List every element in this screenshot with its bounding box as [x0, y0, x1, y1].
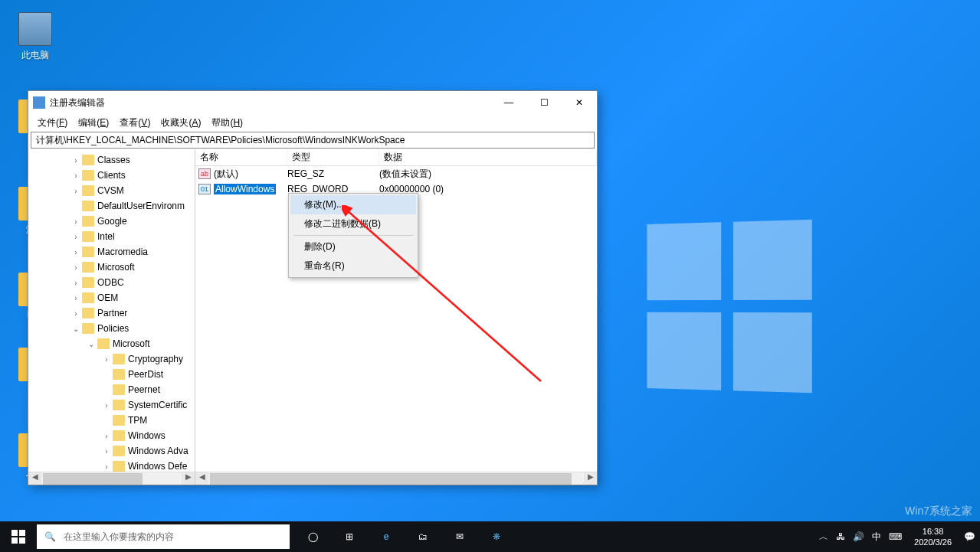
ctx-item[interactable]: 删除(D) [290, 237, 416, 256]
tray-chevron-icon[interactable]: ︿ [819, 531, 828, 544]
tree-node[interactable]: DefaultUserEnvironm [28, 198, 195, 214]
svg-rect-1 [11, 530, 18, 536]
address-bar[interactable]: 计算机\HKEY_LOCAL_MACHINE\SOFTWARE\Policies… [31, 132, 595, 149]
tree-node[interactable]: ›Intel [28, 229, 195, 244]
taskview-icon[interactable]: ⊞ [331, 521, 368, 552]
tree-node[interactable]: ⌄Policies [28, 321, 195, 336]
notifications-icon[interactable]: 💬 [964, 531, 975, 542]
tree-node[interactable]: ›Microsoft [28, 260, 195, 275]
app-icon[interactable]: ❋ [478, 521, 515, 552]
menu-h[interactable]: 帮助(H) [207, 115, 247, 131]
minimize-button[interactable]: — [491, 91, 526, 114]
ctx-item[interactable]: 修改(M)... [290, 195, 416, 214]
svg-rect-3 [11, 537, 18, 544]
clock[interactable]: 16:38 2020/3/26 [910, 526, 956, 547]
edge-icon[interactable]: e [368, 521, 405, 552]
windows-icon [11, 530, 25, 544]
col-data[interactable]: 数据 [379, 149, 597, 165]
tree-hscroll[interactable]: ◀▶ [28, 472, 195, 485]
tree-node[interactable]: ›Partner [28, 305, 195, 321]
close-button[interactable]: ✕ [562, 91, 597, 114]
window-title: 注册表编辑器 [50, 96, 491, 109]
tree-node[interactable]: ›Google [28, 214, 195, 229]
menubar: 文件(F)编辑(E)查看(V)收藏夹(A)帮助(H) [28, 114, 597, 131]
search-placeholder: 在这里输入你要搜索的内容 [64, 531, 174, 544]
menu-a[interactable]: 收藏夹(A) [156, 115, 205, 131]
col-type[interactable]: 类型 [287, 149, 379, 165]
system-tray: ︿ 🖧 🔊 中 ⌨ 16:38 2020/3/26 💬 [819, 526, 980, 547]
search-box[interactable]: 🔍 在这里输入你要搜索的内容 [37, 524, 290, 549]
maximize-button[interactable]: ☐ [526, 91, 562, 114]
context-menu: 修改(M)...修改二进制数据(B)删除(D)重命名(R) [288, 193, 418, 278]
ime-indicator[interactable]: 中 [872, 531, 881, 544]
tree-node[interactable]: ›Classes [28, 152, 195, 168]
cortana-icon[interactable]: ◯ [294, 521, 331, 552]
col-name[interactable]: 名称 [195, 149, 287, 165]
list-header[interactable]: 名称 类型 数据 [195, 149, 597, 166]
tree-node[interactable]: ⌄Microsoft [28, 336, 195, 351]
tree-node[interactable]: Peernet [28, 382, 195, 397]
volume-icon[interactable]: 🔊 [853, 531, 864, 542]
menu-v[interactable]: 查看(V) [115, 115, 155, 131]
menu-e[interactable]: 编辑(E) [74, 115, 113, 131]
svg-rect-2 [19, 530, 25, 536]
watermark: Win7系统之家 [905, 505, 972, 518]
search-icon: 🔍 [44, 531, 56, 542]
ctx-item[interactable]: 修改二进制数据(B) [290, 214, 416, 234]
titlebar[interactable]: 注册表编辑器 — ☐ ✕ [28, 91, 597, 114]
regedit-window: 注册表编辑器 — ☐ ✕ 文件(F)编辑(E)查看(V)收藏夹(A)帮助(H) … [28, 90, 598, 485]
tree-node[interactable]: ›Clients [28, 168, 195, 183]
desktop-icon-此电脑[interactable]: 此电脑 [12, 12, 58, 62]
menu-f[interactable]: 文件(F) [33, 115, 72, 131]
mail-icon[interactable]: ✉ [441, 521, 478, 552]
keyboard-icon[interactable]: ⌨ [889, 531, 902, 542]
windows-logo-bg [647, 220, 811, 393]
tree-node[interactable]: ›Cryptography [28, 351, 195, 367]
tree-node[interactable]: ›Windows Adva [28, 443, 195, 459]
value-row[interactable]: ab(默认)REG_SZ(数值未设置) [195, 166, 597, 181]
tree-node[interactable]: PeerDist [28, 367, 195, 382]
svg-rect-4 [19, 537, 25, 544]
tree-node[interactable]: ›Windows [28, 428, 195, 443]
tree-node[interactable]: ›Macromedia [28, 244, 195, 260]
start-button[interactable] [0, 521, 37, 552]
list-hscroll[interactable]: ◀▶ [195, 472, 597, 485]
tree-node[interactable]: ›SystemCertific [28, 397, 195, 413]
tree-node[interactable]: ›CVSM [28, 183, 195, 198]
ctx-item[interactable]: 重命名(R) [290, 256, 416, 276]
tree-node[interactable]: ›OEM [28, 290, 195, 305]
tree-node[interactable]: TPM [28, 413, 195, 428]
regedit-icon [33, 96, 45, 109]
tree-pane[interactable]: ›Classes›Clients›CVSMDefaultUserEnvironm… [28, 149, 195, 485]
network-icon[interactable]: 🖧 [836, 531, 845, 542]
explorer-icon[interactable]: 🗂 [405, 521, 441, 552]
tree-node[interactable]: ›ODBC [28, 275, 195, 290]
taskbar: 🔍 在这里输入你要搜索的内容 ◯ ⊞ e 🗂 ✉ ❋ ︿ 🖧 🔊 中 ⌨ 16:… [0, 521, 980, 552]
